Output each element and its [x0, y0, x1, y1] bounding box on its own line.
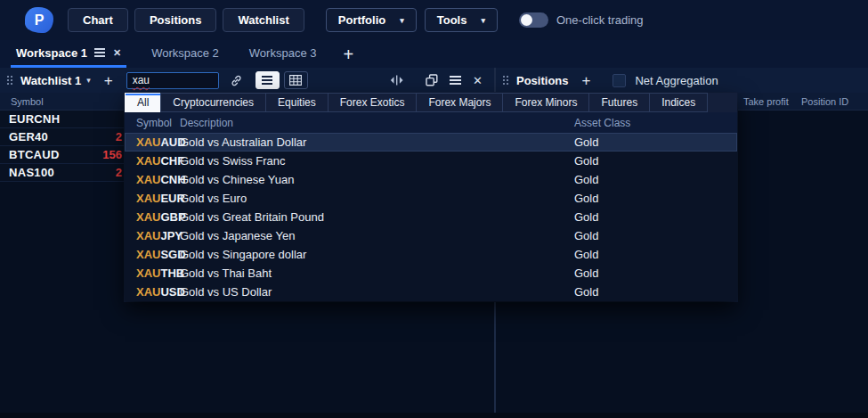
- asset-tab-indices[interactable]: Indices: [649, 93, 708, 112]
- result-symbol: XAUCHF: [136, 154, 184, 168]
- close-panel-icon[interactable]: ✕: [473, 74, 483, 87]
- watchlist-price-fragment: 2: [116, 130, 122, 143]
- result-asset-class: Gold: [574, 266, 598, 280]
- view-switcher: [256, 71, 308, 89]
- nav-button-chart[interactable]: Chart: [68, 8, 128, 32]
- tools-menu-button[interactable]: Tools ▾: [425, 8, 498, 32]
- add-position-button[interactable]: +: [582, 73, 591, 88]
- result-asset-class: Gold: [574, 135, 598, 149]
- result-description: Gold vs Thai Baht: [180, 266, 272, 280]
- result-symbol: XAUCNH: [136, 173, 186, 186]
- asset-tab-forex-majors[interactable]: Forex Majors: [416, 93, 503, 112]
- result-asset-class: Gold: [574, 192, 598, 205]
- one-click-trading-control: One-click trading: [519, 12, 644, 28]
- result-symbol: XAUAUD: [136, 135, 186, 149]
- result-symbol: XAUJPY: [136, 229, 183, 242]
- search-result-xaucnh[interactable]: XAUCNH Gold vs Chinese Yuan Gold: [125, 170, 737, 189]
- result-description: Gold vs Chinese Yuan: [180, 173, 294, 186]
- results-symbol-column-label: Symbol: [136, 117, 172, 129]
- list-view-button[interactable]: [256, 71, 280, 89]
- watchlist-symbol: BTCAUD: [9, 148, 60, 161]
- portfolio-menu-button[interactable]: Portfolio ▾: [326, 8, 417, 32]
- panel-menu-icon[interactable]: [450, 76, 461, 85]
- watchlist-symbol: NAS100: [9, 166, 54, 179]
- add-workspace-button[interactable]: +: [343, 45, 353, 63]
- watchlist-symbol: GER40: [9, 130, 48, 143]
- search-result-xaujpy[interactable]: XAUJPY Gold vs Japanese Yen Gold: [125, 226, 737, 245]
- result-asset-class: Gold: [574, 229, 598, 242]
- toggle-knob: [521, 14, 532, 26]
- search-result-xauchf[interactable]: XAUCHF Gold vs Swiss Franc Gold: [125, 152, 737, 170]
- net-aggregation-checkbox[interactable]: [612, 74, 626, 87]
- nav-button-watchlist[interactable]: Watchlist: [223, 8, 304, 32]
- result-description: Gold vs Australian Dollar: [180, 135, 306, 149]
- watchlist-title[interactable]: Watchlist 1: [20, 74, 81, 87]
- grid-view-button[interactable]: [284, 71, 308, 89]
- results-description-column-label: Description: [180, 117, 233, 129]
- search-result-xauusd[interactable]: XAUUSD Gold vs US Dollar Gold: [125, 283, 737, 301]
- chevron-down-icon: ▾: [481, 16, 485, 25]
- result-asset-class: Gold: [574, 248, 598, 261]
- result-asset-class: Gold: [574, 154, 598, 168]
- watchlist-symbol: EURCNH: [9, 112, 60, 126]
- asset-tab-futures[interactable]: Futures: [588, 93, 650, 112]
- asset-tab-all[interactable]: All: [125, 93, 161, 112]
- link-icon[interactable]: [230, 74, 243, 87]
- positions-panel-header: Positions + Net Aggregation: [496, 68, 868, 93]
- asset-tab-forex-exotics[interactable]: Forex Exotics: [328, 93, 418, 112]
- workspace-tab-workspace-1[interactable]: Workspace 1 ✕: [11, 40, 126, 68]
- search-result-xaueur[interactable]: XAUEUR Gold vs Euro Gold: [125, 189, 737, 208]
- result-symbol: XAUEUR: [136, 192, 185, 205]
- result-asset-class: Gold: [574, 210, 598, 224]
- positions-title: Positions: [516, 74, 569, 87]
- asset-tab-cryptocurrencies[interactable]: Cryptocurrencies: [160, 93, 266, 112]
- topbar: P ChartPositionsWatchlist Portfolio ▾ To…: [0, 0, 868, 40]
- asset-tab-forex-minors[interactable]: Forex Minors: [502, 93, 589, 112]
- search-result-xauthb[interactable]: XAUTHB Gold vs Thai Baht Gold: [125, 264, 737, 283]
- result-symbol: XAUGBP: [136, 210, 186, 224]
- position-id-column-label: Position ID: [801, 96, 848, 107]
- logo-letter: P: [35, 12, 45, 29]
- search-result-xaugbp[interactable]: XAUGBP Gold vs Great Britain Pound Gold: [125, 208, 737, 226]
- workspace-close-icon[interactable]: ✕: [113, 47, 121, 59]
- result-asset-class: Gold: [574, 285, 598, 299]
- asset-tab-equities[interactable]: Equities: [265, 93, 329, 112]
- search-results-header: Symbol Description Asset Class: [125, 112, 737, 133]
- search-input-value: xau: [133, 74, 150, 86]
- chevron-down-icon: ▾: [400, 16, 404, 25]
- workspace-tabs: Workspace 1 ✕ Workspace 2 Workspace 3: [11, 40, 321, 68]
- search-result-xauaud[interactable]: XAUAUD Gold vs Australian Dollar Gold: [125, 133, 737, 152]
- net-aggregation-label: Net Aggregation: [635, 74, 718, 87]
- one-click-trading-label: One-click trading: [556, 13, 644, 27]
- result-symbol: XAUSGD: [136, 248, 186, 261]
- result-asset-class: Gold: [574, 173, 598, 186]
- result-description: Gold vs Singapore dollar: [180, 248, 306, 261]
- workspace-tab-workspace-2[interactable]: Workspace 2: [146, 40, 224, 68]
- result-description: Gold vs Great Britain Pound: [180, 210, 324, 224]
- add-symbol-button[interactable]: +: [104, 73, 113, 88]
- search-results-list: XAUAUD Gold vs Australian Dollar Gold XA…: [125, 133, 737, 301]
- results-asset-class-column-label: Asset Class: [574, 117, 630, 129]
- result-symbol: XAUTHB: [136, 266, 184, 280]
- take-profit-column-label: Take profit: [743, 96, 789, 107]
- result-description: Gold vs Swiss Franc: [180, 154, 285, 168]
- drag-handle-icon[interactable]: [503, 76, 508, 85]
- app-logo-icon[interactable]: P: [25, 7, 53, 33]
- result-description: Gold vs US Dollar: [180, 285, 272, 299]
- nav-button-positions[interactable]: Positions: [134, 8, 217, 32]
- trading-app: P ChartPositionsWatchlist Portfolio ▾ To…: [0, 0, 868, 418]
- duplicate-panel-icon[interactable]: [426, 74, 438, 86]
- workspace-menu-icon[interactable]: [94, 48, 105, 57]
- resize-horizontal-icon[interactable]: [389, 75, 404, 86]
- drag-handle-icon[interactable]: [7, 76, 12, 85]
- symbol-search-dropdown: AllCryptocurrenciesEquitiesForex Exotics…: [125, 93, 737, 301]
- grid-icon: [289, 75, 302, 86]
- chevron-down-icon[interactable]: ▾: [86, 76, 91, 85]
- result-symbol: XAUUSD: [136, 285, 185, 299]
- watchlist-panel-header: Watchlist 1 ▾ + xau: [0, 68, 494, 93]
- search-result-xausgd[interactable]: XAUSGD Gold vs Singapore dollar Gold: [125, 245, 737, 264]
- topbar-nav: ChartPositionsWatchlist: [68, 8, 304, 32]
- symbol-search-input[interactable]: xau: [126, 72, 219, 89]
- workspace-tab-workspace-3[interactable]: Workspace 3: [244, 40, 322, 68]
- one-click-trading-toggle[interactable]: [519, 12, 548, 28]
